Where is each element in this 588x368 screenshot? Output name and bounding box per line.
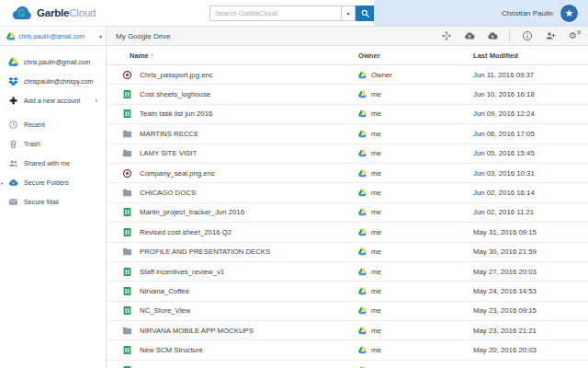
- last-modified: May 23, 2016 09:15: [473, 306, 588, 315]
- table-row[interactable]: CHICAGO DOCS me Jun 02, 2016 16:14: [107, 183, 588, 202]
- envelope-icon: [8, 197, 18, 207]
- last-modified: Jun 06, 2016 17:05: [473, 130, 588, 138]
- active-account-email: chris.paulin@gmail.com: [18, 33, 96, 40]
- table-row[interactable]: NC_Store_View me May 23, 2016 09:15: [107, 302, 588, 321]
- search-button[interactable]: [356, 6, 374, 21]
- people-icon: [8, 158, 18, 168]
- top-bar: G GarbleCloud ▾ Christian Paulin ★: [0, 0, 588, 27]
- search-options-dropdown[interactable]: ▾: [341, 6, 356, 21]
- last-modified: May 31, 2016 09:15: [473, 228, 588, 236]
- google-drive-icon: [358, 90, 367, 98]
- column-header-owner[interactable]: Owner: [358, 52, 473, 60]
- owner-label: Owner: [371, 71, 392, 79]
- owner-label: me: [371, 346, 381, 354]
- table-row[interactable]: Staff incentives_review_v1 me May 27, 20…: [107, 262, 588, 282]
- google-drive-icon: [358, 247, 367, 256]
- cloud-lock-icon[interactable]: [486, 30, 498, 42]
- sidebar-item-shared-with-me[interactable]: Shared with me: [0, 154, 106, 173]
- owner-label: me: [371, 287, 381, 295]
- chevron-right-icon: ›: [95, 97, 97, 105]
- spreadsheet-icon: [122, 286, 132, 296]
- owner-label: me: [371, 189, 381, 197]
- sort-asc-icon: ↑: [151, 52, 154, 59]
- owner-label: me: [371, 208, 381, 216]
- spreadsheet-icon: [122, 89, 132, 99]
- table-row[interactable]: Company_seal.png.enc me Jun 03, 2016 10:…: [107, 164, 588, 183]
- table-row[interactable]: Martin_project_tracker_Jun 2016 me Jun 0…: [107, 203, 588, 223]
- owner-label: me: [371, 327, 381, 335]
- column-header-name[interactable]: Name ↑: [107, 52, 358, 60]
- star-icon: ★: [565, 7, 574, 19]
- last-modified: May 23, 2016 21:21: [473, 327, 588, 335]
- last-modified: Jun 05, 2016 15:45: [473, 149, 588, 157]
- file-name: New SCM Structure: [140, 346, 203, 354]
- spreadsheet-icon: [122, 345, 132, 355]
- last-modified: Jun 03, 2016 10:31: [473, 169, 588, 178]
- info-icon[interactable]: [521, 30, 533, 42]
- svg-text:G: G: [18, 8, 26, 18]
- sidebar-item-secure-mail[interactable]: Secure Mail: [0, 192, 106, 212]
- table-row[interactable]: NIRVANA MOBILE APP MOCKUPS me May 23, 20…: [107, 321, 588, 340]
- last-modified: Jun 10, 2016 16:18: [473, 90, 588, 98]
- top-bar-right: Christian Paulin ★: [374, 0, 588, 26]
- owner-label: me: [371, 306, 381, 315]
- toolbar-divider: [509, 30, 510, 41]
- settings-gears-icon[interactable]: ⚙ ⚙: [567, 30, 579, 42]
- folder-icon: [122, 326, 132, 336]
- sidebar-account-chrispy[interactable]: chrispaulin@chrispy.com: [0, 72, 106, 91]
- breadcrumb-bar: My Google Drive: [107, 27, 588, 46]
- add-account-button[interactable]: ✚ Add a new account ›: [0, 91, 106, 110]
- table-row[interactable]: Revised cost sheet_2016 Q2 me May 31, 20…: [107, 223, 588, 242]
- owner-label: me: [371, 169, 381, 178]
- drive-toolbar: ⚙ ⚙: [440, 30, 579, 42]
- table-row[interactable]: Chris_passport.jpg.enc Owner Jun 11, 201…: [107, 65, 588, 85]
- spreadsheet-icon: [122, 365, 132, 368]
- file-name: NC_Store_View: [140, 306, 190, 315]
- main-panel: My Google Drive: [107, 27, 588, 368]
- file-name: LAMY SITE VISIT: [140, 149, 197, 157]
- folder-icon: [122, 129, 132, 139]
- google-drive-icon: [358, 208, 367, 216]
- file-name: Cost sheets_loghouse: [140, 90, 210, 98]
- table-row[interactable]: MARTINS RECCE me Jun 06, 2016 17:05: [107, 124, 588, 144]
- encrypted-file-icon: [122, 168, 132, 178]
- column-header-last-modified[interactable]: Last Modified: [473, 52, 588, 60]
- sidebar-item-trash[interactable]: Trash: [0, 134, 106, 154]
- encrypted-file-icon: [122, 70, 132, 80]
- file-name: MARTINS RECCE: [140, 130, 198, 138]
- table-row[interactable]: Team task list jun 2016 me Jun 09, 2016 …: [107, 105, 588, 124]
- file-name: Martin_project_tracker_Jun 2016: [140, 208, 244, 216]
- owner-label: me: [371, 90, 381, 98]
- brand-name: GarbleCloud: [37, 7, 96, 18]
- table-row[interactable]: PROFILE AND PRESENTATION DECKS me May 30…: [107, 243, 588, 262]
- table-row[interactable]: Katy_Proposal 2020 me May 18, 2016 07:15: [107, 361, 588, 368]
- google-drive-icon: [358, 189, 367, 197]
- sidebar-item-secure-folders[interactable]: ▸ Secure Folders: [0, 173, 106, 192]
- search-input[interactable]: [209, 6, 341, 21]
- avatar[interactable]: ★: [560, 4, 579, 23]
- move-icon[interactable]: [440, 30, 452, 42]
- spreadsheet-icon: [122, 109, 132, 119]
- table-row[interactable]: Cost sheets_loghouse me Jun 10, 2016 16:…: [107, 85, 588, 104]
- table-row[interactable]: Nirvana_Coffee me May 24, 2016 14:53: [107, 282, 588, 301]
- breadcrumb[interactable]: My Google Drive: [116, 32, 171, 40]
- file-name: Company_seal.png.enc: [140, 169, 215, 178]
- last-modified: May 27, 2016 20:03: [473, 268, 588, 276]
- sidebar-item-recent[interactable]: Recent: [0, 115, 106, 134]
- google-drive-icon: [358, 306, 367, 315]
- file-name: PROFILE AND PRESENTATION DECKS: [140, 247, 270, 256]
- google-drive-icon: [358, 287, 367, 295]
- file-name: Staff incentives_review_v1: [140, 268, 224, 276]
- owner-label: me: [371, 149, 381, 157]
- owner-label: me: [371, 228, 381, 236]
- add-user-icon[interactable]: [544, 30, 556, 42]
- cloud-upload-icon[interactable]: [463, 30, 475, 42]
- file-name: NIRVANA MOBILE APP MOCKUPS: [140, 327, 254, 335]
- last-modified: Jun 02, 2016 16:14: [473, 189, 588, 197]
- sidebar-account-gmail[interactable]: chris.paulin@gmail.com: [0, 52, 106, 72]
- last-modified: May 30, 2016 21:59: [473, 247, 588, 256]
- file-list: Chris_passport.jpg.enc Owner Jun 11, 201…: [107, 65, 588, 368]
- table-row[interactable]: New SCM Structure me May 20, 2016 20:03: [107, 340, 588, 360]
- table-row[interactable]: LAMY SITE VISIT me Jun 05, 2016 15:45: [107, 144, 588, 164]
- account-switcher[interactable]: chris.paulin@gmail.com ▾: [0, 27, 106, 46]
